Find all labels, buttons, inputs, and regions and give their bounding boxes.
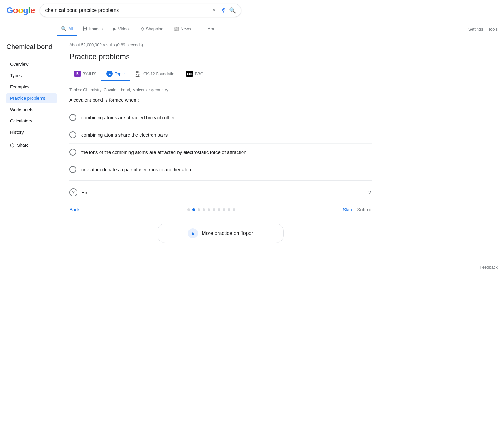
- tools-link[interactable]: Tools: [488, 27, 498, 31]
- images-icon: 🖼: [83, 26, 87, 31]
- tab-all-label: All: [68, 26, 73, 31]
- option-b[interactable]: combining atoms share the electron pairs: [69, 126, 372, 143]
- tab-more[interactable]: ⋮ More: [197, 22, 221, 36]
- option-c-text: the ions of the combining atoms are attr…: [81, 150, 246, 155]
- toppr-label: Toppr: [115, 71, 125, 76]
- dot-0[interactable]: [187, 208, 190, 211]
- google-logo[interactable]: Google: [6, 5, 35, 15]
- radio-c[interactable]: [69, 149, 76, 156]
- source-tab-byjus[interactable]: B BYJU'S: [69, 67, 101, 81]
- radio-d[interactable]: [69, 166, 76, 173]
- source-tab-ck12[interactable]: ck-12 CK-12 Foundation: [130, 67, 182, 81]
- header: Google × 🎙 🔍: [0, 0, 504, 21]
- share-icon: ⬡: [10, 142, 14, 148]
- tab-news-label: News: [181, 26, 191, 31]
- more-practice-container: ▲ More practice on Toppr: [69, 224, 372, 256]
- more-icon: ⋮: [201, 26, 205, 31]
- chevron-down-icon: ∨: [368, 189, 372, 196]
- byjus-logo: B: [74, 71, 81, 77]
- dot-3[interactable]: [203, 208, 205, 211]
- nav-row: Back Skip Submit: [69, 202, 372, 217]
- tab-news[interactable]: 📰 News: [169, 22, 196, 36]
- option-d-text: one atom donates a pair of electrons to …: [81, 167, 192, 172]
- option-b-text: combining atoms share the electron pairs: [81, 132, 168, 138]
- shopping-icon: ◇: [141, 26, 144, 31]
- bbc-label: BBC: [195, 71, 203, 76]
- search-icon[interactable]: 🔍: [229, 7, 236, 14]
- feedback-link[interactable]: Feedback: [480, 265, 498, 270]
- skip-button[interactable]: Skip: [343, 207, 352, 212]
- dot-6[interactable]: [218, 208, 220, 211]
- section-title: Practice problems: [69, 52, 372, 61]
- sidebar-item-types[interactable]: Types: [6, 71, 57, 81]
- hint-left: ? Hint: [69, 188, 90, 196]
- dot-2[interactable]: [198, 208, 200, 211]
- hint-label: Hint: [81, 190, 90, 195]
- bbc-logo: BBC: [186, 71, 193, 77]
- dot-5[interactable]: [213, 208, 215, 211]
- dot-8[interactable]: [228, 208, 230, 211]
- sidebar-nav: Overview Types Examples Practice problem…: [6, 59, 57, 137]
- topics: Topics: Chemistry, Covalent bond, Molecu…: [69, 88, 372, 92]
- main-content: Chemical bond Overview Types Examples Pr…: [0, 36, 378, 262]
- question-text: A covalent bond is formed when :: [69, 97, 372, 103]
- sidebar-item-practice[interactable]: Practice problems: [6, 93, 57, 103]
- sidebar-item-calculators[interactable]: Calculators: [6, 116, 57, 126]
- search-icon: 🔍: [61, 26, 66, 31]
- ck12-logo: ck-12: [135, 71, 141, 77]
- toppr-arrow-icon: ▲: [188, 228, 198, 238]
- tab-videos[interactable]: ▶ Videos: [108, 22, 135, 36]
- sidebar-item-history[interactable]: History: [6, 127, 57, 137]
- search-input[interactable]: [45, 8, 209, 13]
- ck12-label: CK-12 Foundation: [143, 71, 177, 76]
- sidebar-title: Chemical bond: [6, 43, 57, 52]
- search-bar: × 🎙 🔍: [40, 4, 241, 17]
- hint-row[interactable]: ? Hint ∨: [69, 183, 372, 202]
- videos-icon: ▶: [113, 26, 116, 31]
- tab-videos-label: Videos: [118, 26, 131, 31]
- sidebar: Chemical bond Overview Types Examples Pr…: [6, 43, 57, 256]
- source-tab-bbc[interactable]: BBC BBC: [181, 67, 208, 81]
- mic-icon[interactable]: 🎙: [221, 7, 226, 14]
- tab-images[interactable]: 🖼 Images: [78, 22, 107, 36]
- tab-shopping-label: Shopping: [146, 26, 163, 31]
- divider: [69, 180, 372, 181]
- submit-button: Submit: [357, 207, 372, 212]
- source-tabs: B BYJU'S ▲ Toppr ck-12 CK-12 Foundation …: [69, 67, 372, 81]
- tab-shopping[interactable]: ◇ Shopping: [136, 22, 168, 36]
- news-icon: 📰: [174, 26, 179, 31]
- back-button[interactable]: Back: [69, 207, 80, 212]
- dot-4[interactable]: [208, 208, 210, 211]
- nav-tabs: 🔍 All 🖼 Images ▶ Videos ◇ Shopping 📰 New…: [0, 21, 504, 36]
- dot-9[interactable]: [233, 208, 235, 211]
- more-practice-label: More practice on Toppr: [202, 230, 253, 236]
- tab-all[interactable]: 🔍 All: [57, 22, 77, 36]
- dot-1[interactable]: [192, 208, 195, 211]
- source-tab-toppr[interactable]: ▲ Toppr: [101, 67, 130, 81]
- more-practice-button[interactable]: ▲ More practice on Toppr: [158, 224, 284, 243]
- dot-7[interactable]: [223, 208, 225, 211]
- sidebar-item-overview[interactable]: Overview: [6, 59, 57, 69]
- tab-more-label: More: [207, 26, 217, 31]
- answer-options: combining atoms are attracted by each ot…: [69, 109, 372, 178]
- clear-icon[interactable]: ×: [212, 7, 216, 14]
- share-button[interactable]: ⬡ Share: [6, 140, 57, 151]
- option-a-text: combining atoms are attracted by each ot…: [81, 115, 175, 120]
- dots-container: [80, 208, 343, 211]
- sidebar-item-worksheets[interactable]: Worksheets: [6, 105, 57, 115]
- nav-actions: Skip Submit: [343, 207, 372, 212]
- option-d[interactable]: one atom donates a pair of electrons to …: [69, 161, 372, 178]
- settings-link[interactable]: Settings: [468, 27, 483, 31]
- search-divider: [218, 7, 218, 14]
- radio-b[interactable]: [69, 131, 76, 138]
- nav-settings: Settings Tools: [468, 27, 498, 31]
- sidebar-item-examples[interactable]: Examples: [6, 82, 57, 92]
- option-a[interactable]: combining atoms are attracted by each ot…: [69, 109, 372, 126]
- tab-images-label: Images: [89, 26, 103, 31]
- results-info: About 52,000,000 results (0.89 seconds): [69, 43, 372, 47]
- content-area: About 52,000,000 results (0.89 seconds) …: [69, 43, 372, 256]
- feedback-bar: Feedback: [0, 262, 504, 272]
- radio-a[interactable]: [69, 114, 76, 121]
- option-c[interactable]: the ions of the combining atoms are attr…: [69, 143, 372, 161]
- toppr-logo: ▲: [106, 71, 113, 77]
